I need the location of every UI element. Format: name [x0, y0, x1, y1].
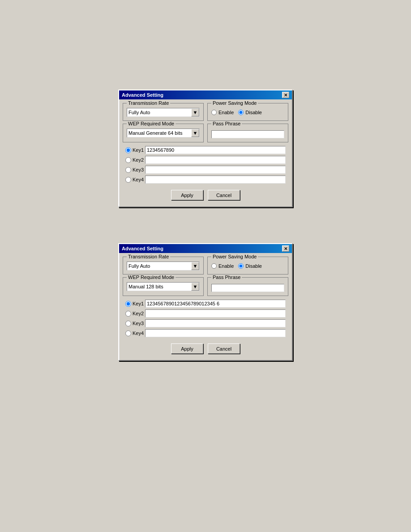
transmission-rate-group-2: Transmission Rate Fully Auto 1 Mbps 2 Mb…: [123, 257, 204, 275]
power-enable-label-2: Enable: [218, 263, 234, 269]
key1-row-2: Key1: [125, 300, 286, 308]
wep-select-wrapper-1: Manual Generate 64 bits Manual Generate …: [127, 129, 200, 137]
transmission-rate-label-1: Transmission Rate: [127, 100, 170, 106]
wep-select-1[interactable]: Manual Generate 64 bits Manual Generate …: [127, 129, 200, 137]
key1-input-2[interactable]: [145, 300, 286, 308]
power-disable-label-1: Disable: [245, 110, 262, 115]
wep-mode-label-1: WEP Required Mode: [127, 121, 176, 126]
apply-button-2[interactable]: Apply: [171, 343, 203, 354]
key4-radio-1[interactable]: [125, 177, 131, 183]
dialog-title-1: Advanced Setting: [122, 92, 282, 98]
title-bar-2: Advanced Setting ✕: [119, 244, 292, 253]
transmission-rate-select-wrapper-1: Fully Auto 1 Mbps 2 Mbps 5.5 Mbps 11 Mbp…: [127, 108, 200, 117]
key4-label-2: Key4: [133, 330, 144, 336]
key2-radio-2[interactable]: [125, 311, 131, 317]
key3-label-2: Key3: [133, 321, 144, 326]
advanced-setting-dialog-1: Advanced Setting ✕ Transmission Rate Ful…: [118, 90, 293, 207]
key4-row-2: Key4: [125, 329, 286, 337]
buttons-row-2: Apply Cancel: [123, 342, 288, 356]
transmission-rate-select-wrapper-2: Fully Auto 1 Mbps 2 Mbps 5.5 Mbps 11 Mbp…: [127, 262, 200, 270]
wep-select-wrapper-2: Manual Generate 64 bits Manual 128 bits …: [127, 282, 200, 291]
key1-label-1: Key1: [133, 147, 144, 153]
power-enable-radio-row-2: Enable: [211, 263, 234, 269]
power-enable-radio-2[interactable]: [211, 263, 217, 269]
pass-phrase-label-2: Pass Phrase: [211, 275, 242, 280]
key3-radio-1[interactable]: [125, 167, 131, 173]
keys-section-1: Key1 Key2 Key3: [123, 146, 288, 184]
key2-row-2: Key2: [125, 309, 286, 317]
key4-row-1: Key4: [125, 176, 286, 184]
key3-input-1[interactable]: [145, 166, 286, 174]
transmission-rate-group-1: Transmission Rate Fully Auto 1 Mbps 2 Mb…: [123, 103, 204, 121]
close-button-2[interactable]: ✕: [282, 245, 289, 252]
dialog-title-2: Advanced Setting: [122, 246, 282, 251]
title-bar-1: Advanced Setting ✕: [119, 90, 292, 99]
pass-phrase-group-1: Pass Phrase: [207, 124, 288, 142]
key1-row-1: Key1: [125, 146, 286, 154]
wep-select-2[interactable]: Manual Generate 64 bits Manual 128 bits …: [127, 282, 200, 291]
keys-section-2: Key1 Key2 Key3: [123, 300, 288, 337]
key4-input-2[interactable]: [145, 329, 286, 337]
transmission-rate-select-2[interactable]: Fully Auto 1 Mbps 2 Mbps 5.5 Mbps 11 Mbp…: [127, 262, 200, 270]
key3-label-1: Key3: [133, 167, 144, 172]
buttons-row-1: Apply Cancel: [123, 188, 288, 203]
power-enable-radio-row-1: Enable: [211, 110, 234, 115]
pass-phrase-input-2[interactable]: [211, 284, 284, 292]
pass-phrase-group-2: Pass Phrase: [207, 277, 288, 296]
key3-radio-2[interactable]: [125, 321, 131, 326]
wep-mode-label-2: WEP Required Mode: [127, 275, 176, 280]
power-enable-label-1: Enable: [218, 110, 234, 115]
key3-row-2: Key3: [125, 319, 286, 327]
power-disable-radio-row-1: Disable: [238, 110, 262, 115]
power-saving-label-2: Power Saving Mode: [211, 254, 258, 259]
key2-input-1[interactable]: [145, 156, 286, 164]
power-disable-radio-row-2: Disable: [238, 263, 262, 269]
cancel-button-2[interactable]: Cancel: [208, 343, 240, 354]
key4-radio-2[interactable]: [125, 330, 131, 336]
power-saving-group-1: Power Saving Mode Enable Disable: [207, 103, 288, 121]
key2-label-1: Key2: [133, 157, 144, 163]
key3-row-1: Key3: [125, 166, 286, 174]
wep-mode-group-2: WEP Required Mode Manual Generate 64 bit…: [123, 277, 204, 296]
transmission-rate-select-1[interactable]: Fully Auto 1 Mbps 2 Mbps 5.5 Mbps 11 Mbp…: [127, 108, 200, 117]
key1-label-2: Key1: [133, 301, 144, 306]
key3-input-2[interactable]: [145, 319, 286, 327]
pass-phrase-input-1[interactable]: [211, 130, 284, 138]
key4-input-1[interactable]: [145, 176, 286, 184]
power-saving-label-1: Power Saving Mode: [211, 100, 258, 106]
key1-input-1[interactable]: [145, 146, 286, 154]
cancel-button-1[interactable]: Cancel: [208, 190, 240, 200]
key2-row-1: Key2: [125, 156, 286, 164]
apply-button-1[interactable]: Apply: [171, 190, 203, 200]
key4-label-1: Key4: [133, 177, 144, 182]
key2-label-2: Key2: [133, 311, 144, 316]
key1-radio-1[interactable]: [125, 147, 131, 153]
transmission-rate-label-2: Transmission Rate: [127, 254, 170, 259]
key2-input-2[interactable]: [145, 309, 286, 317]
wep-mode-group-1: WEP Required Mode Manual Generate 64 bit…: [123, 124, 204, 142]
power-saving-group-2: Power Saving Mode Enable Disable: [207, 257, 288, 275]
power-disable-radio-2[interactable]: [238, 263, 244, 269]
pass-phrase-label-1: Pass Phrase: [211, 121, 242, 126]
power-disable-label-2: Disable: [245, 263, 262, 269]
power-enable-radio-1[interactable]: [211, 110, 217, 115]
advanced-setting-dialog-2: Advanced Setting ✕ Transmission Rate Ful…: [118, 243, 293, 361]
power-disable-radio-1[interactable]: [238, 110, 244, 115]
close-button-1[interactable]: ✕: [282, 92, 289, 98]
key1-radio-2[interactable]: [125, 301, 131, 307]
key2-radio-1[interactable]: [125, 157, 131, 163]
